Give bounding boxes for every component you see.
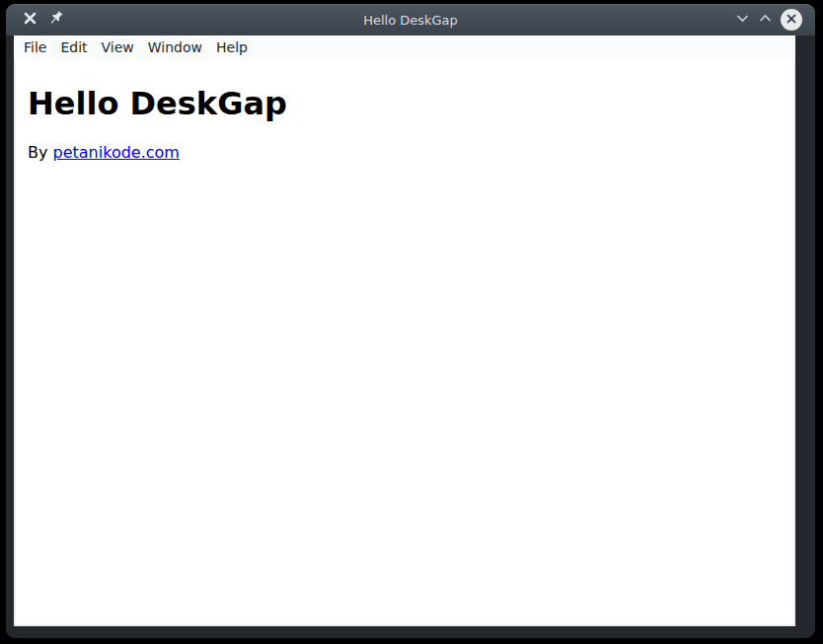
client-area: File Edit View Window Help Hello DeskGap…: [14, 36, 795, 626]
byline: By petanikode.com: [28, 143, 784, 162]
page-heading: Hello DeskGap: [28, 85, 784, 122]
menu-item-edit[interactable]: Edit: [53, 37, 94, 57]
titlebar-right-controls: [735, 4, 802, 36]
desktop-background: Hello DeskGap: [0, 0, 823, 644]
chevron-up-icon: [758, 11, 773, 29]
minimize-button[interactable]: [735, 11, 750, 29]
close-x-icon: [23, 11, 37, 29]
close-window-button-left[interactable]: [23, 11, 37, 29]
window-title: Hello DeskGap: [6, 4, 815, 36]
petanikode-link[interactable]: petanikode.com: [53, 143, 180, 162]
titlebar[interactable]: Hello DeskGap: [6, 4, 815, 36]
menu-item-help[interactable]: Help: [209, 37, 255, 57]
app-window: Hello DeskGap: [6, 4, 815, 638]
pin-icon: [47, 10, 64, 30]
menu-item-view[interactable]: View: [95, 37, 141, 57]
maximize-button[interactable]: [758, 11, 773, 29]
menu-item-window[interactable]: Window: [141, 37, 209, 57]
pin-button[interactable]: [47, 10, 64, 30]
close-button[interactable]: [781, 9, 802, 31]
close-circle-x-icon: [786, 13, 797, 28]
page-content: Hello DeskGap By petanikode.com: [14, 59, 795, 181]
chevron-down-icon: [735, 11, 750, 29]
menu-item-file[interactable]: File: [17, 37, 53, 57]
byline-prefix: By: [28, 143, 53, 162]
titlebar-left-controls: [23, 4, 64, 36]
menu-bar: File Edit View Window Help: [14, 36, 795, 59]
